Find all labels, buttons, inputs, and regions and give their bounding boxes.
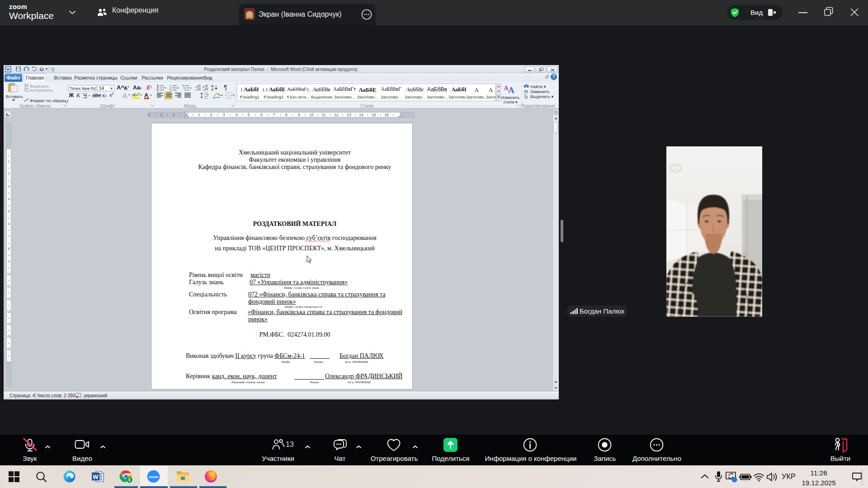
svg-text:▾: ▾ — [233, 94, 235, 97]
svg-text:Ω: Ω — [40, 66, 44, 72]
svg-text:▾: ▾ — [190, 86, 192, 89]
svg-text:W: W — [93, 474, 99, 480]
svg-text:A: A — [123, 92, 127, 99]
svg-text:3: 3 — [170, 89, 171, 91]
svg-text:W: W — [6, 67, 10, 72]
svg-text:A: A — [508, 85, 514, 94]
svg-text:▾: ▾ — [207, 93, 209, 96]
svg-text:A: A — [144, 92, 149, 99]
svg-text:▾: ▾ — [140, 94, 142, 97]
svg-text:zoom: zoom — [149, 475, 158, 479]
svg-text:▾: ▾ — [165, 86, 166, 89]
svg-text:▾: ▾ — [177, 86, 179, 89]
svg-text:▾: ▾ — [150, 94, 152, 97]
svg-text:▾: ▾ — [128, 93, 130, 96]
svg-text:ab: ab — [132, 93, 137, 97]
svg-text:▾: ▾ — [221, 94, 223, 97]
svg-text:Я: Я — [211, 88, 213, 91]
